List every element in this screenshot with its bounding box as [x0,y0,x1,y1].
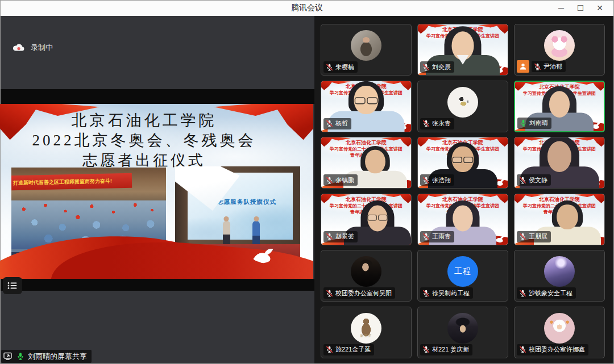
participant-name-label: 张浩翔 [420,174,454,186]
tile-footer: 王雨青 [420,231,505,242]
muted-mic-icon [422,233,430,240]
muted-mic-icon [326,177,333,184]
muted-mic-icon [326,346,333,353]
participant-name: 沙铁豪安全工程 [529,289,572,298]
participant-name-label: 朱樱楠 [323,61,358,73]
dove-icon [252,248,275,264]
layout-switch-button[interactable] [3,277,22,294]
participant-name-label: 校团委办公室许娜鑫 [517,344,588,355]
tile-footer: 王朋展 [517,231,602,242]
participant-name-label: 校团委办公室何昊阳 [323,287,395,299]
tile-footer: 旅221金子延 [323,344,409,355]
participant-name-label: 侯文静 [517,174,551,186]
participant-tile[interactable]: 北京石油化工学院学习宣传党的二十大精神学生宣讲团青年志愿者专场 王雨青 [417,194,508,245]
tile-footer: 张镇鹏 [323,174,409,186]
tile-footer: 侯文静 [517,174,602,186]
participant-name-label: 张永青 [420,118,454,129]
glasses [453,157,474,163]
muted-mic-icon [422,290,430,297]
share-screen-icon [3,352,13,361]
participant-name: 侯文静 [529,176,547,185]
participant-name-label: 张镇鹏 [323,174,358,186]
tile-footer: 尹沛郁 [517,60,602,73]
participant-name-label: 刘雨晴 [517,118,551,129]
participant-name-label: 杨哲 [323,118,351,129]
auditorium-banner: 打造新时代首善之区工程师摇篮而努力奋斗! [11,173,132,190]
participant-name: 材221 姜庆新 [432,345,469,354]
participant-name-label: 王雨青 [420,231,454,242]
muted-mic-icon [422,177,430,184]
participant-tile[interactable]: 北京石油化工学院学习宣传党的二十大精神学生宣讲团青年志愿者专场 侯文静 [514,137,605,189]
muted-mic-icon [422,346,430,353]
mic-icon [16,352,24,361]
list-layout-icon [7,282,18,290]
glasses [367,214,387,220]
participant-name: 王朋展 [529,232,547,241]
participant-name: 王雨青 [432,232,451,241]
muted-mic-icon [422,64,430,71]
participant-tile[interactable]: 北京石油化工学院学习宣传党的二十大精神学生宣讲团青年志愿者专场 张浩翔 [417,137,508,189]
participant-name: 张永青 [432,119,451,128]
tile-footer: 杨哲 [323,118,409,129]
slide-title-line: 2022北京冬奥会、冬残奥会 [0,131,288,150]
participant-tile[interactable]: 北京石油化工学院学习宣传党的二十大精神学生宣讲团青年志愿者专场 刘奕辰 [417,24,508,76]
stage-person [252,221,260,246]
participant-name-label: 刘奕辰 [420,61,454,73]
tile-footer: 赵景荟 [323,231,409,242]
muted-mic-icon [326,120,333,127]
participant-name: 校团委办公室许娜鑫 [529,345,585,354]
person-icon [519,62,527,70]
participant-name: 张浩翔 [432,176,451,185]
tile-footer: 朱樱楠 [323,61,409,73]
slide-title-line: 北京石油化工学院 [0,111,288,131]
participant-name: 杨哲 [335,119,348,128]
muted-mic-icon [534,63,541,70]
muted-mic-icon [519,290,526,297]
tile-footer: 张浩翔 [420,174,505,186]
tile-footer: 沙铁豪安全工程 [517,287,602,299]
participant-name-label: 赵景荟 [323,231,358,242]
participant-name-label: 材221 姜庆新 [420,344,472,355]
tile-footer: 刘奕辰 [420,61,505,73]
stage-person [223,221,230,246]
slide-title: 北京石油化工学院 2022北京冬奥会、冬残奥会 志愿者出征仪式 [0,111,288,170]
muted-mic-icon [519,177,526,184]
screen-share-label: 刘雨晴的屏幕共享 [28,352,87,362]
participant-name: 刘奕辰 [432,63,451,72]
participant-tile[interactable]: 北京石油化工学院学习宣传党的二十大精神学生宣讲团青年志愿者专场 杨哲 [321,81,412,132]
participant-name: 尹沛郁 [544,62,562,71]
participant-name: 朱樱楠 [335,63,354,72]
participant-name: 刘雨晴 [529,119,548,127]
person-badge [517,60,529,73]
tile-footer: 张永青 [420,118,505,129]
muted-mic-icon [519,346,526,353]
tile-footer: 校团委办公室许娜鑫 [517,344,602,355]
participant-name: 旅221金子延 [335,345,371,354]
participant-name-label: 徐昊制药工程 [420,287,473,299]
mic-icon [520,119,527,127]
glasses [355,97,378,104]
tile-footer: 校团委办公室何昊阳 [323,287,409,299]
participant-name-label: 尹沛郁 [532,61,566,72]
participant-name: 徐昊制药工程 [432,289,470,298]
muted-mic-icon [422,120,430,127]
tile-footer: 刘雨晴 [517,118,601,129]
participant-name: 校团委办公室何昊阳 [335,289,392,298]
participant-name: 赵景荟 [335,232,354,241]
participant-name-label: 沙铁豪安全工程 [517,287,576,299]
shared-slide: 北京石油化工学院 2022北京冬奥会、冬残奥会 志愿者出征仪式 打造新时代首善之… [0,104,313,279]
muted-mic-icon [519,233,526,240]
participant-name: 张镇鹏 [335,176,354,185]
muted-mic-icon [326,233,333,240]
screen-share-banner: 刘雨晴的屏幕共享 [1,350,92,363]
muted-mic-icon [326,64,333,71]
tile-footer: 徐昊制药工程 [420,287,505,299]
participant-name-label: 王朋展 [517,231,551,242]
participant-name-label: 旅221金子延 [323,344,374,355]
participant-tile[interactable]: 北京石油化工学院学习宣传党的二十大精神学生宣讲团青年志愿者专场 刘雨晴 [514,81,605,132]
muted-mic-icon [326,290,333,297]
tile-footer: 材221 姜庆新 [420,344,505,355]
